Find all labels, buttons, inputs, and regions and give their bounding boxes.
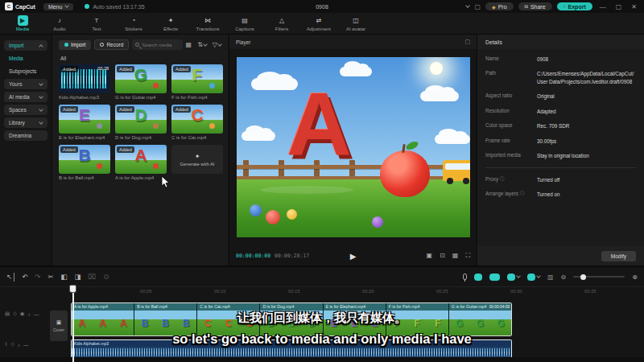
sort-icon[interactable]: ⇅ — [197, 41, 207, 48]
menu-button[interactable]: Menu — [43, 3, 74, 10]
hide-track-icon[interactable]: ◉ — [20, 311, 25, 317]
clip-b-is-for-ball[interactable]: B is for Ball.mp4 BBB — [134, 303, 197, 335]
collapse-icon[interactable]: — — [23, 342, 29, 348]
clip-a-is-for-apple[interactable]: A is for Apple.mp4 AAA — [72, 303, 134, 335]
ruler-label: 00:15 — [288, 289, 300, 294]
search-box[interactable] — [132, 39, 182, 50]
marker-button[interactable]: ⊙ — [103, 273, 109, 281]
undo-button[interactable]: ↶ — [22, 273, 27, 281]
layout-toggle-icon[interactable]: ▢ — [474, 3, 481, 10]
media-card-apple[interactable]: Added A A is for Apple.mp4 — [115, 145, 167, 180]
generate-with-ai-button[interactable]: ✦ Generate with AI — [171, 145, 223, 174]
magnetic-snap-icon[interactable] — [474, 274, 482, 281]
chevron-down-icon — [39, 94, 43, 99]
sidebar-item-dreamina[interactable]: Dreamina — [4, 130, 47, 141]
horizontal-scrollbar[interactable] — [0, 357, 644, 362]
tab-effects[interactable]: ✦ Effects — [153, 15, 188, 31]
clip-d-is-for-dog[interactable]: D is for Dog.mp4 DDD — [260, 303, 323, 335]
clip-f-is-for-fish[interactable]: F is for Fish.mp4 FFF — [386, 303, 449, 335]
maximize-button[interactable]: ▢ — [613, 3, 625, 10]
auto-link-icon[interactable] — [489, 274, 500, 281]
tab-media[interactable]: ▶ Media — [5, 15, 40, 31]
grid-view-icon[interactable]: ▦ — [186, 41, 192, 48]
timeline-ruler[interactable]: 00:05 00:10 00:15 00:20 00:25 00:30 00:3… — [0, 286, 644, 297]
sticker-icon: ◔ — [129, 15, 139, 26]
sidebar-item-yours[interactable]: Yours — [4, 79, 47, 89]
media-card-fish[interactable]: Added F F is for Fish.mp4 — [171, 64, 223, 100]
mute-track-icon[interactable]: ♪ — [18, 342, 20, 348]
mute-track-icon[interactable]: ♪ — [27, 311, 30, 317]
select-tool-button[interactable]: ↖ — [6, 273, 14, 281]
player-detach-icon[interactable]: ▢ — [464, 39, 470, 45]
media-card-guitar[interactable]: Added G G is for Guitar.mp4 — [115, 64, 167, 100]
sidebar-item-subprojects[interactable]: Subprojects — [4, 66, 47, 76]
info-icon[interactable]: ⓘ — [500, 176, 505, 183]
timeline-zoom-slider[interactable] — [573, 276, 625, 278]
trim-left-button[interactable]: ◧ — [61, 273, 68, 281]
lock-icon[interactable]: ⬦ — [10, 341, 14, 348]
tab-text[interactable]: T Text — [79, 15, 114, 31]
ratio-icon[interactable]: ▦ — [452, 252, 459, 260]
media-card-ball[interactable]: Added B B is for Ball.mp4 — [59, 145, 110, 180]
chevron-down-icon[interactable] — [466, 3, 471, 8]
fullscreen-icon[interactable]: ⛶ — [465, 252, 470, 260]
sidebar-item-library[interactable]: Library — [4, 117, 47, 128]
expand-preview-icon[interactable]: ⊡ — [440, 252, 445, 260]
render-preview-icon[interactable]: ▥ — [547, 274, 554, 281]
zoom-slider-knob[interactable] — [580, 274, 586, 280]
preview-axis-control[interactable] — [527, 274, 540, 281]
mirror-preview-icon[interactable]: ▣ — [427, 252, 433, 260]
zoom-in-button[interactable]: ⊕ — [632, 274, 638, 281]
play-button[interactable]: ▶ — [350, 252, 357, 261]
clip-c-is-for-cat[interactable]: C is for Cat.mp4 CCC — [197, 303, 260, 335]
tab-adjustment[interactable]: ⇄ Adjustment — [301, 15, 336, 31]
record-voiceover-icon[interactable] — [463, 274, 467, 280]
tab-captions[interactable]: ▤ Captions — [227, 15, 262, 31]
zoom-out-button[interactable]: ⊖ — [561, 274, 567, 281]
minimize-button[interactable]: — — [597, 3, 609, 10]
autosave-text: Auto saved 13:17:35 — [93, 4, 144, 10]
clip-frame-letter: D — [267, 319, 275, 328]
search-input[interactable] — [142, 43, 179, 47]
close-button[interactable]: ✕ — [629, 3, 639, 10]
sidebar-item-media[interactable]: Media — [4, 53, 47, 64]
caption-track-icon[interactable]: ▤ — [5, 311, 10, 317]
added-badge: Added — [60, 106, 78, 113]
tab-stickers[interactable]: ◔ Stickers — [116, 15, 151, 31]
media-icon: ▶ — [18, 15, 28, 26]
media-card-kids-alphabet[interactable]: Added 00:28 Kids Alphabet.mp3 — [59, 64, 110, 100]
waveform-track-icon[interactable]: ⌇ — [5, 341, 7, 348]
sidebar-item-spaces[interactable]: Spaces — [4, 105, 47, 115]
tab-audio[interactable]: ♪ Audio — [42, 15, 77, 31]
import-button[interactable]: Import — [59, 40, 91, 50]
filter-icon[interactable]: ▽ — [213, 41, 221, 48]
media-card-cat[interactable]: Added C C is for Cat.mp4 — [171, 105, 223, 140]
lock-icon[interactable]: ⬦ — [13, 311, 17, 317]
cover-button[interactable]: ▣ Cover — [50, 311, 68, 341]
pro-button[interactable]: ◆ Pro — [485, 2, 514, 10]
clip-e-is-for-elephant[interactable]: E is for Elephant.mp4 EEE — [324, 303, 386, 335]
playhead-line[interactable] — [72, 285, 74, 362]
share-button[interactable]: ⧉ Share — [518, 2, 552, 10]
ruler-label: 00:25 — [436, 289, 448, 294]
position-lock-control[interactable] — [507, 274, 520, 281]
media-card-elephant[interactable]: Added E E is for Elephant.mp4 — [59, 105, 110, 140]
tab-transitions[interactable]: ⋈ Transitions — [190, 15, 225, 31]
delete-button[interactable]: ⌧ — [89, 273, 97, 281]
sidebar-item-ai-media[interactable]: AI media — [4, 92, 47, 102]
playhead-handle[interactable] — [69, 285, 76, 293]
record-button[interactable]: Record — [94, 39, 129, 50]
collapse-icon[interactable]: — — [34, 311, 39, 317]
sidebar-item-import[interactable]: Import — [4, 40, 47, 51]
tab-ai-avatar[interactable]: ◫ AI avatar — [338, 15, 374, 31]
clip-g-is-for-guitar[interactable]: G is for Guitar.mp4 GGG 00:00:04:09 — [449, 303, 511, 335]
tab-filters[interactable]: △ Filters — [264, 15, 299, 31]
export-button[interactable]: ↑ Export — [557, 2, 592, 10]
media-card-dog[interactable]: Added D D is for Dog.mp4 — [115, 105, 167, 140]
modify-button[interactable]: Modify — [601, 251, 636, 261]
info-icon[interactable]: ⓘ — [520, 191, 525, 198]
split-button[interactable]: ✂ — [47, 273, 53, 281]
redo-button[interactable]: ↷ — [35, 273, 40, 281]
trim-right-button[interactable]: ◨ — [75, 273, 81, 281]
audio-track-clip[interactable]: Kids Alphabet.mp3 — [71, 339, 512, 359]
